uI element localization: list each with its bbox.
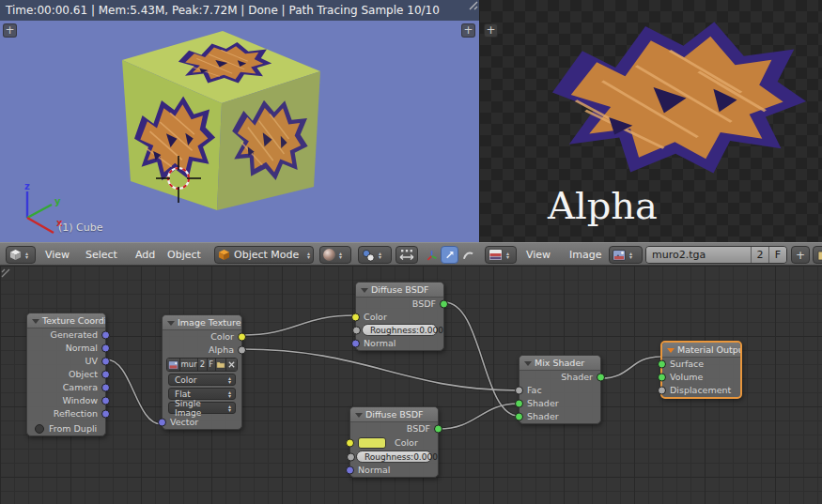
menu-object[interactable]: Object: [167, 243, 201, 267]
socket-surface-in[interactable]: [658, 360, 666, 369]
node-texture-coordinate[interactable]: Texture Coordinate Generated Normal UV O…: [26, 313, 106, 436]
open-image-button[interactable]: [216, 359, 226, 371]
output-generated: Generated: [27, 328, 105, 342]
active-object-label: (1) Cube: [58, 221, 102, 234]
socket-camera[interactable]: [101, 384, 110, 392]
roughness-label: Roughness:: [364, 452, 413, 462]
node-header[interactable]: Diffuse BSDF: [350, 407, 438, 422]
translate-manipulator-toggle[interactable]: [441, 246, 458, 264]
area-corner-grip[interactable]: [467, 1, 478, 12]
socket-shader1-in[interactable]: [515, 400, 523, 408]
node-mix-shader[interactable]: Mix Shader Shader Fac Shader Shader: [519, 355, 601, 424]
socket-shader-out[interactable]: [597, 374, 605, 382]
image-toolshelf-expand-icon[interactable]: +: [484, 23, 498, 38]
viewport-shading-selector[interactable]: ▴▾: [319, 246, 351, 264]
node-editor[interactable]: Texture Coordinate Generated Normal UV O…: [0, 266, 822, 504]
uv-image-editor[interactable]: Alpha +: [479, 0, 822, 242]
fake-user-toggle[interactable]: F: [769, 247, 786, 263]
rotate-manipulator-toggle[interactable]: [459, 246, 477, 264]
manipulator-axes-toggle[interactable]: [423, 246, 441, 264]
new-image-button[interactable]: +: [791, 246, 810, 264]
color-space-dropdown[interactable]: Color ▴▾: [168, 374, 236, 386]
area-corner-grip[interactable]: [1, 267, 12, 278]
input-fac: Fac: [520, 384, 600, 397]
properties-expand-icon[interactable]: +: [461, 23, 475, 38]
socket-shader2-in[interactable]: [515, 413, 523, 421]
roughness-slider[interactable]: Roughness: 0.000: [362, 324, 438, 336]
socket-roughness-in[interactable]: [347, 452, 355, 461]
image-datablock-browser[interactable]: ▴▾: [609, 246, 643, 264]
editor-type-selector[interactable]: ▴▾: [6, 246, 36, 264]
socket-bsdf-out[interactable]: [440, 300, 448, 309]
roughness-value: 0.000: [413, 452, 438, 462]
users-count[interactable]: 2: [198, 359, 207, 371]
collapse-triangle-icon[interactable]: [355, 413, 363, 418]
collapse-triangle-icon[interactable]: [167, 321, 175, 326]
menu-view[interactable]: View: [45, 243, 70, 267]
collapse-triangle-icon[interactable]: [361, 288, 368, 293]
folder-icon: [216, 360, 225, 369]
socket-normal[interactable]: [101, 344, 110, 353]
toolshelf-expand-icon[interactable]: +: [3, 23, 17, 38]
image-datablock-row[interactable]: mur 2 F: [166, 358, 238, 372]
axes-icon: [426, 248, 438, 263]
socket-normal-in[interactable]: [351, 340, 360, 348]
color-space-value: Color: [175, 375, 197, 385]
viewport-header: ▴▾ View Select Add Object Object Mode ▴▾…: [0, 242, 479, 266]
node-header[interactable]: Material Output: [662, 343, 740, 358]
socket-bsdf-out[interactable]: [434, 425, 442, 434]
menu-add[interactable]: Add: [135, 243, 155, 267]
pivot-point-selector[interactable]: ▴▾: [358, 246, 392, 264]
node-image-texture[interactable]: Image Texture Color Alpha mur 2 F: [162, 314, 242, 430]
from-dupli-row[interactable]: From Dupli: [27, 422, 105, 435]
image-name-widget[interactable]: muro2.tga 2 F: [645, 246, 787, 264]
fake-user-toggle[interactable]: F: [208, 359, 216, 371]
from-dupli-checkbox[interactable]: [35, 424, 44, 434]
image-name-field[interactable]: muro2.tga: [646, 247, 752, 263]
socket-color-out[interactable]: [238, 333, 246, 342]
unlink-button[interactable]: [226, 359, 237, 371]
socket-normal-in[interactable]: [346, 466, 354, 475]
node-diffuse-bsdf-bottom[interactable]: Diffuse BSDF BSDF Color Roughness: 0.000…: [349, 406, 439, 478]
color-swatch[interactable]: [358, 437, 386, 449]
socket-object[interactable]: [101, 371, 110, 379]
socket-fac-in[interactable]: [515, 387, 523, 395]
socket-vector-in[interactable]: [158, 419, 166, 427]
image-name-truncated[interactable]: mur: [180, 359, 198, 371]
interaction-mode-selector[interactable]: Object Mode ▴▾: [214, 246, 314, 264]
input-normal: Normal: [350, 464, 438, 477]
socket-reflection[interactable]: [101, 410, 110, 419]
socket-color-in[interactable]: [351, 313, 360, 322]
socket-color-in[interactable]: [346, 439, 354, 448]
node-material-output[interactable]: Material Output Surface Volume Displacem…: [660, 341, 742, 399]
socket-roughness-in[interactable]: [352, 326, 361, 334]
open-image-button[interactable]: [813, 246, 822, 264]
socket-window[interactable]: [101, 397, 110, 405]
socket-generated[interactable]: [101, 331, 110, 340]
node-title: Diffuse BSDF: [365, 409, 424, 420]
node-diffuse-bsdf-top[interactable]: Diffuse BSDF BSDF Color Roughness: 0.000…: [355, 282, 444, 351]
menu-select[interactable]: Select: [85, 243, 117, 267]
menu-image[interactable]: Image: [569, 243, 601, 266]
socket-volume-in[interactable]: [658, 374, 666, 382]
collapse-triangle-icon[interactable]: [524, 361, 532, 366]
menu-view[interactable]: View: [526, 243, 551, 266]
node-header[interactable]: Image Texture: [163, 315, 241, 330]
source-dropdown[interactable]: Single Image ▴▾: [168, 402, 236, 414]
socket-uv[interactable]: [101, 358, 110, 366]
editor-type-selector[interactable]: ▴▾: [485, 246, 517, 264]
collapse-triangle-icon[interactable]: [32, 319, 39, 324]
collapse-triangle-icon[interactable]: [667, 348, 675, 353]
node-header[interactable]: Texture Coordinate: [27, 313, 105, 328]
node-header[interactable]: Mix Shader: [520, 356, 600, 371]
3d-viewport[interactable]: z y x Time:00:00.61 | Mem:5.43M, Peak:7.…: [0, 0, 479, 242]
socket-alpha-out[interactable]: [238, 346, 246, 355]
manipulator-toggle[interactable]: [395, 246, 418, 264]
image-thumbnail-button[interactable]: [167, 359, 180, 371]
image-users-count[interactable]: 2: [752, 247, 769, 263]
image-editor-icon: [489, 249, 503, 261]
socket-displacement-in[interactable]: [658, 387, 666, 395]
output-color: Color: [163, 330, 241, 344]
roughness-slider[interactable]: Roughness: 0.000: [356, 451, 432, 463]
node-header[interactable]: Diffuse BSDF: [356, 283, 443, 298]
